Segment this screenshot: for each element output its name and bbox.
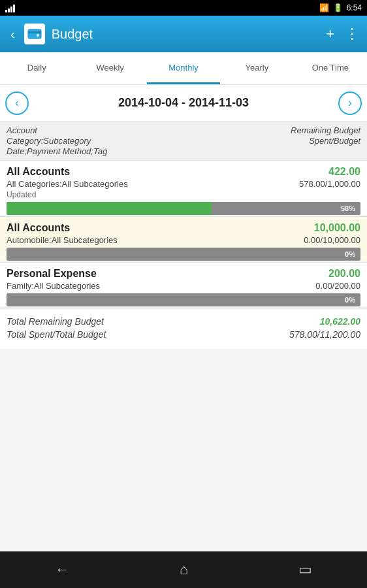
account-header: Account xyxy=(7,125,107,135)
budget-item-1-progress: 58% xyxy=(7,202,360,215)
budget-item-2-account: All Accounts xyxy=(7,222,70,234)
budget-item-3-remaining: 200.00 xyxy=(328,268,360,280)
budget-item-1[interactable]: All Accounts 422.00 All Categories:All S… xyxy=(0,161,367,215)
prev-date-button[interactable]: ‹ xyxy=(5,91,29,115)
budget-item-3-account: Personal Expense xyxy=(7,268,97,280)
budget-item-2-progress-label: 0% xyxy=(345,250,355,258)
budget-item-1-sub-row: All Categories:All Subcategories 578.00/… xyxy=(7,179,360,189)
budget-item-3-progress: 0% xyxy=(7,293,360,306)
app-bar: ‹ Budget + ⋮ xyxy=(0,16,367,52)
total-spent-value: 578.00/11,200.00 xyxy=(289,329,360,340)
budget-item-2-progress: 0% xyxy=(7,248,360,261)
budget-item-3-spent: 0.00/200.00 xyxy=(315,281,360,291)
budget-item-1-category: All Categories:All Subcategories xyxy=(7,179,128,189)
svg-point-2 xyxy=(37,34,39,37)
app-title: Budget xyxy=(52,27,319,42)
back-button[interactable]: ‹ xyxy=(8,24,18,44)
budget-item-1-spent: 578.00/1,000.00 xyxy=(299,179,360,189)
budget-item-2-sub-row: Automobile:All Subcategories 0.00/10,000… xyxy=(7,235,360,245)
signal-icon xyxy=(5,3,15,12)
tab-daily[interactable]: Daily xyxy=(0,52,73,84)
budget-item-2-spent: 0.00/10,000.00 xyxy=(304,235,360,245)
budget-item-3-sub-row: Family:All Subcategories 0.00/200.00 xyxy=(7,281,360,291)
svg-rect-1 xyxy=(28,31,41,33)
recent-nav-button[interactable]: ▭ xyxy=(283,556,328,583)
tab-bar: Daily Weekly Monthly Yearly One Time xyxy=(0,52,367,85)
totals-section: Total Remaining Budget 10,622.00 Total S… xyxy=(0,310,367,349)
battery-icon: 🔋 xyxy=(333,3,343,12)
remaining-header: Remaining Budget xyxy=(291,125,360,135)
budget-item-1-updated: Updated xyxy=(7,190,360,199)
category-header: Category:Subcategory xyxy=(7,136,107,146)
tab-monthly[interactable]: Monthly xyxy=(147,52,220,84)
home-nav-button[interactable]: ⌂ xyxy=(164,556,204,583)
total-remaining-row: Total Remaining Budget 10,622.00 xyxy=(7,316,360,327)
budget-item-2[interactable]: All Accounts 10,000.00 Automobile:All Su… xyxy=(0,217,367,261)
tab-weekly[interactable]: Weekly xyxy=(73,52,146,84)
total-spent-label: Total Spent/Total Budget xyxy=(7,329,106,340)
status-bar: 📶 🔋 6:54 xyxy=(0,0,367,16)
add-button[interactable]: + xyxy=(326,25,334,42)
budget-item-1-main-row: All Accounts 422.00 xyxy=(7,166,360,178)
menu-button[interactable]: ⋮ xyxy=(345,25,359,42)
date-range: 2014-10-04 - 2014-11-03 xyxy=(118,96,249,110)
budget-item-3-category: Family:All Subcategories xyxy=(7,281,100,291)
budget-list: All Accounts 422.00 All Categories:All S… xyxy=(0,161,367,349)
wifi-icon: 📶 xyxy=(319,3,329,12)
status-time: 6:54 xyxy=(347,3,362,12)
app-icon xyxy=(24,24,45,44)
budget-item-3-progress-label: 0% xyxy=(345,296,355,304)
tab-yearly[interactable]: Yearly xyxy=(220,52,293,84)
budget-item-1-remaining: 422.00 xyxy=(328,166,360,178)
total-remaining-label: Total Remaining Budget xyxy=(7,316,104,327)
left-headers: Account Category:Subcategory Date;Paymen… xyxy=(7,125,107,156)
status-bar-right: 📶 🔋 6:54 xyxy=(319,3,362,12)
spent-header: Spent/Budget xyxy=(309,136,360,146)
budget-item-1-progress-label: 58% xyxy=(341,204,355,212)
app-bar-actions: + ⋮ xyxy=(326,25,359,42)
budget-item-3[interactable]: Personal Expense 200.00 Family:All Subca… xyxy=(0,263,367,306)
budget-item-2-main-row: All Accounts 10,000.00 xyxy=(7,222,360,234)
wallet-icon xyxy=(27,27,42,41)
column-headers: Account Category:Subcategory Date;Paymen… xyxy=(0,122,367,161)
budget-item-2-remaining: 10,000.00 xyxy=(314,222,360,234)
budget-item-3-main-row: Personal Expense 200.00 xyxy=(7,268,360,280)
total-remaining-value: 10,622.00 xyxy=(320,316,360,327)
budget-item-1-account: All Accounts xyxy=(7,166,70,178)
bottom-navigation: ← ⌂ ▭ xyxy=(0,551,367,588)
status-bar-left xyxy=(5,3,15,12)
date-navigation: ‹ 2014-10-04 - 2014-11-03 › xyxy=(0,85,367,122)
tab-onetime[interactable]: One Time xyxy=(294,52,367,84)
budget-item-1-progress-fill xyxy=(7,202,212,215)
back-nav-button[interactable]: ← xyxy=(39,556,85,583)
budget-item-2-category: Automobile:All Subcategories xyxy=(7,235,118,245)
svg-rect-0 xyxy=(28,29,41,39)
next-date-button[interactable]: › xyxy=(338,91,362,115)
divider-3 xyxy=(0,308,367,308)
right-headers: Remaining Budget Spent/Budget xyxy=(291,125,360,146)
date-header: Date;Payment Method;Tag xyxy=(7,146,107,156)
total-spent-row: Total Spent/Total Budget 578.00/11,200.0… xyxy=(7,329,360,340)
